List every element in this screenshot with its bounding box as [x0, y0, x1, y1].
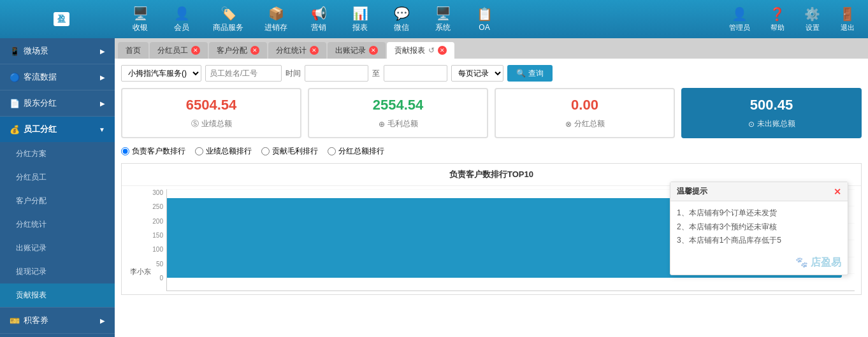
search-icon: 🔍 [516, 69, 526, 78]
tab-close-out-account-record[interactable]: ✕ [369, 46, 378, 55]
nav-settings[interactable]: ⚙️ 设置 [798, 4, 827, 35]
warm-tip-item-2: 2、本店铺有3个预约还未审核 [677, 220, 841, 234]
nav-items: 🖥️ 收银 👤 会员 🏷️ 商品服务 📦 进销存 📢 营销 📊 报表 💬 微信 [121, 2, 723, 37]
tab-contribution-report[interactable]: 贡献报表 ↺ ✕ [387, 42, 454, 59]
radio-gross-rank-input[interactable] [261, 147, 270, 155]
stats-row: 6504.54 Ⓢ 业绩总额 2554.54 ⊕ 毛利总额 0.00 [121, 88, 862, 138]
employee-dividend-arrow-icon: ▼ [99, 126, 105, 133]
radio-performance-rank[interactable]: 业绩总额排行 [195, 146, 252, 157]
sidebar-item-dividend-stats[interactable]: 分红统计 [0, 213, 115, 236]
warm-tip-header: 温馨提示 ✕ [670, 182, 848, 201]
performance-icon: Ⓢ [191, 118, 199, 129]
shop-select[interactable]: 小拇指汽车服务() [121, 65, 201, 82]
warm-tip: 温馨提示 ✕ 1、本店铺有9个订单还未发货 2、本店铺有3个预约还未审核 3、本… [670, 182, 848, 275]
y-label-300: 300 [128, 189, 163, 196]
date-to-input[interactable] [384, 65, 447, 82]
system-icon: 🖥️ [435, 6, 451, 21]
nav-system[interactable]: 🖥️ 系统 [424, 2, 462, 37]
nav-member[interactable]: 👤 会员 [163, 2, 201, 37]
tab-out-account-record[interactable]: 出账记录 ✕ [328, 42, 386, 59]
marketing-icon: 📢 [311, 6, 327, 21]
sidebar-item-out-account-record[interactable]: 出账记录 [0, 236, 115, 260]
micro-scene-icon: 📱 [10, 47, 20, 56]
warm-tip-close-button[interactable]: ✕ [834, 187, 841, 197]
tab-home[interactable]: 首页 [118, 42, 148, 59]
tab-close-contribution-report[interactable]: ✕ [438, 46, 447, 55]
tab-close-dividend-employee[interactable]: ✕ [191, 46, 200, 55]
radio-dividend-rank-input[interactable] [328, 147, 336, 155]
logout-icon: 🚪 [839, 6, 855, 22]
tab-close-dividend-stats[interactable]: ✕ [310, 46, 319, 55]
employee-input[interactable] [205, 65, 282, 82]
y-label-200: 200 [128, 218, 163, 225]
logo: 盈 [6, 12, 121, 26]
search-button[interactable]: 🔍 查询 [507, 65, 553, 82]
stat-value-gross: 2554.54 [317, 97, 479, 113]
sidebar: 📱 微场景 ▶ 🔵 客流数据 ▶ 📄 股东分红 ▶ [0, 38, 115, 337]
nav-cashier[interactable]: 🖥️ 收银 [121, 2, 159, 37]
nav-marketing[interactable]: 📢 营销 [300, 2, 338, 37]
radio-customer-rank-input[interactable] [121, 147, 129, 155]
nav-wechat[interactable]: 💬 微信 [382, 2, 421, 37]
per-page-select[interactable]: 每页记录 [451, 65, 503, 82]
main-layout: 📱 微场景 ▶ 🔵 客流数据 ▶ 📄 股东分红 ▶ [0, 38, 868, 337]
brand-watermark-in-tip: 🐾 店盈易 [670, 253, 848, 275]
radio-customer-rank[interactable]: 负责客户数排行 [121, 146, 185, 157]
nav-oa[interactable]: 📋 OA [465, 3, 503, 36]
nav-logout[interactable]: 🚪 退出 [833, 4, 862, 35]
sidebar-item-micro-scene[interactable]: 📱 微场景 ▶ [0, 38, 115, 64]
tab-refresh-contribution[interactable]: ↺ [428, 46, 435, 55]
sidebar-item-customer-assign[interactable]: 客户分配 [0, 189, 115, 213]
dividend-icon: ⊗ [565, 120, 572, 129]
sidebar-item-dividend-employee[interactable]: 分红员工 [0, 166, 115, 189]
tab-dividend-employee[interactable]: 分红员工 ✕ [150, 42, 208, 59]
nav-admin[interactable]: 👤 管理员 [723, 4, 756, 35]
member-icon: 👤 [174, 6, 190, 21]
radio-group: 负责客户数排行 业绩总额排行 贡献毛利排行 分红总额排行 [121, 146, 862, 157]
stat-label-performance: Ⓢ 业绩总额 [130, 118, 293, 129]
sidebar-item-contribution-report[interactable]: 贡献报表 [0, 283, 115, 307]
sidebar-item-coupon[interactable]: 🎫 积客券 ▶ [0, 308, 115, 333]
stat-card-dividend: 0.00 ⊗ 分红总额 [495, 88, 675, 138]
sidebar-item-shareholder-dividend[interactable]: 📄 股东分红 ▶ [0, 90, 115, 116]
report-icon: 📊 [352, 6, 368, 21]
sidebar-section-employee-dividend: 💰 员工分红 ▼ 分红方案 分红员工 客户分配 分红统计 出账记录 提现记录 [0, 117, 115, 308]
time-label: 时间 [286, 68, 301, 79]
sidebar-item-customer-flow[interactable]: 🔵 客流数据 ▶ [0, 64, 115, 90]
nav-stock[interactable]: 📦 进销存 [256, 2, 296, 37]
radio-dividend-rank[interactable]: 分红总额排行 [328, 146, 384, 157]
customer-flow-icon: 🔵 [10, 73, 20, 82]
wechat-icon: 💬 [394, 6, 410, 21]
unout-icon: ⊙ [748, 120, 755, 129]
micro-scene-arrow-icon: ▶ [100, 48, 105, 55]
stock-icon: 📦 [268, 6, 284, 21]
cashier-icon: 🖥️ [133, 6, 148, 21]
stat-value-performance: 6504.54 [130, 97, 293, 113]
stat-card-performance: 6504.54 Ⓢ 业绩总额 [121, 88, 301, 138]
radio-performance-rank-input[interactable] [195, 147, 203, 155]
chart-bar-label-li-xiaodong: 李小东 [130, 267, 151, 276]
radio-gross-rank[interactable]: 贡献毛利排行 [261, 146, 318, 157]
coupon-arrow-icon: ▶ [100, 317, 105, 324]
top-nav: 盈 🖥️ 收银 👤 会员 🏷️ 商品服务 📦 进销存 📢 营销 📊 报表 💬 [0, 0, 868, 38]
admin-icon: 👤 [732, 6, 748, 22]
coupon-icon: 🎫 [10, 316, 20, 326]
stat-label-unout: ⊙ 未出账总额 [690, 118, 853, 129]
tab-dividend-stats[interactable]: 分红统计 ✕ [268, 42, 326, 59]
sidebar-item-withdraw-record[interactable]: 提现记录 [0, 260, 115, 283]
employee-dividend-icon: 💰 [10, 125, 20, 134]
sidebar-item-dividend-plan[interactable]: 分红方案 [0, 142, 115, 166]
tab-customer-assign[interactable]: 客户分配 ✕ [209, 42, 267, 59]
warm-tip-content: 1、本店铺有9个订单还未发货 2、本店铺有3个预约还未审核 3、本店铺有1个商品… [670, 201, 848, 253]
stat-value-dividend: 0.00 [503, 97, 666, 113]
nav-report[interactable]: 📊 报表 [341, 2, 379, 37]
shareholder-icon: 📄 [10, 99, 20, 108]
nav-help[interactable]: ❓ 帮助 [763, 4, 792, 35]
tab-close-customer-assign[interactable]: ✕ [250, 46, 259, 55]
page-content: 小拇指汽车服务() 时间 至 每页记录 🔍 查询 6504.54 [115, 59, 868, 337]
date-from-input[interactable] [305, 65, 368, 82]
nav-goods[interactable]: 🏷️ 商品服务 [204, 2, 252, 37]
filter-bar: 小拇指汽车服务() 时间 至 每页记录 🔍 查询 [121, 65, 862, 82]
warm-tip-item-3: 3、本店铺有1个商品库存低于5 [677, 234, 841, 248]
sidebar-item-employee-dividend[interactable]: 💰 员工分红 ▼ [0, 117, 115, 142]
